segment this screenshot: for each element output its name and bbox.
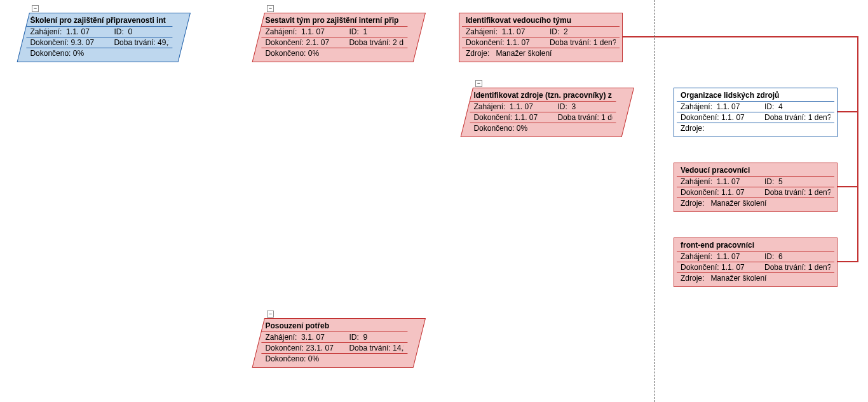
field-duration: Doba trvání: 2 dny? [349,38,403,47]
task-title: Identifikovat zdroje (tzn. pracovníky) z [472,91,613,101]
task-node-6[interactable]: front-end pracovníci Zahájení: 1.1. 07 I… [674,238,837,287]
task-node-0[interactable]: Školení pro zajištění připravenosti int … [29,13,191,62]
field-end: Dokončení: 2.1. 07 [265,38,341,47]
field-start: Zahájení: 1.1. 07 [473,102,550,111]
field-start: Zahájení: 1.1. 07 [681,177,757,186]
task-node-3[interactable]: Identifikovat zdroje (tzn. pracovníky) z… [473,88,634,137]
field-duration: Doba trvání: 1 den? [764,113,831,122]
task-node-9[interactable]: Posouzení potřeb Zahájení: 3.1. 07 ID: 9… [264,318,426,368]
task-title: Posouzení potřeb [264,321,405,332]
task-title: Sestavit tým pro zajištění interní přip [264,16,405,26]
task-node-1[interactable]: Sestavit tým pro zajištění interní přip … [264,13,426,62]
field-id: ID: 4 [764,102,831,111]
field-id: ID: 6 [764,252,831,261]
field-start: Zahájení: 1.1. 07 [466,27,542,36]
field-complete: Dokončeno: 0% [265,354,403,363]
field-end: Dokončení: 9.3. 07 [30,38,106,47]
page-break-line [654,0,655,402]
field-end: Dokončení: 1.1. 07 [681,188,757,197]
field-id: ID: 9 [349,333,403,342]
field-complete: Dokončeno: 0% [30,49,168,58]
task-title: Školení pro zajištění připravenosti int [29,16,170,26]
collapse-toggle-n0[interactable]: − [32,5,39,12]
field-id: ID: 1 [349,27,403,36]
field-end: Dokončení: 1.1. 07 [466,38,542,47]
field-duration: Doba trvání: 1 den? [550,38,616,47]
field-resources: Zdroje: Manažer školení [681,274,831,283]
field-end: Dokončení: 1.1. 07 [681,113,757,122]
field-end: Dokončení: 1.1. 07 [473,113,550,122]
task-node-4[interactable]: Organizace lidských zdrojů Zahájení: 1.1… [674,88,837,137]
field-start: Zahájení: 1.1. 07 [681,252,757,261]
collapse-toggle-n1[interactable]: − [267,5,274,12]
collapse-toggle-n3[interactable]: − [475,80,482,87]
field-duration: Doba trvání: 1 den? [557,113,612,122]
field-complete: Dokončeno: 0% [265,49,403,58]
task-title: Vedoucí pracovníci [679,166,832,176]
field-id: ID: 2 [550,27,616,36]
task-title: front-end pracovníci [679,241,832,251]
diagram-canvas: − − − − Školení pro zajištění připraveno… [0,0,868,402]
task-node-2[interactable]: Identifikovat vedoucího týmu Zahájení: 1… [459,13,623,62]
field-start: Zahájení: 1.1. 07 [265,27,341,36]
field-start: Zahájení: 3.1. 07 [265,333,341,342]
field-start: Zahájení: 1.1. 07 [681,102,757,111]
field-resources: Zdroje: Manažer školení [681,199,831,208]
field-duration: Doba trvání: 14,25 dn [349,344,403,352]
task-node-5[interactable]: Vedoucí pracovníci Zahájení: 1.1. 07 ID:… [674,163,837,212]
field-resources: Zdroje: [681,124,831,133]
task-title: Organizace lidských zdrojů [679,91,832,101]
field-id: ID: 3 [557,102,612,111]
field-duration: Doba trvání: 1 den? [764,188,831,197]
field-id: ID: 5 [764,177,831,186]
field-start: Zahájení: 1.1. 07 [30,27,106,36]
field-end: Dokončení: 23.1. 07 [265,344,341,352]
field-complete: Dokončeno: 0% [473,124,612,133]
field-duration: Doba trvání: 1 den? [764,263,831,272]
field-id: ID: 0 [114,27,168,36]
field-end: Dokončení: 1.1. 07 [681,263,757,272]
task-title: Identifikovat vedoucího týmu [465,16,617,26]
collapse-toggle-n9[interactable]: − [267,311,274,318]
field-resources: Zdroje: Manažer školení [466,49,616,58]
field-duration: Doba trvání: 49,25 dn [114,38,168,47]
